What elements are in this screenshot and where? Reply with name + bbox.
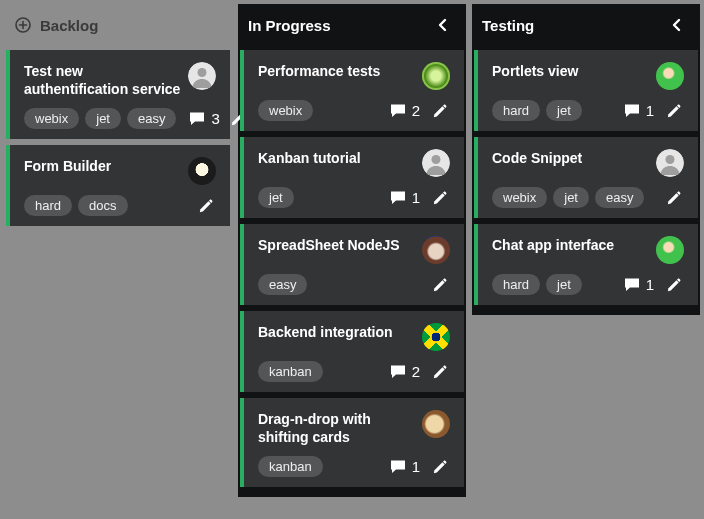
tag[interactable]: webix (24, 108, 79, 129)
comment-icon (623, 102, 641, 120)
tag[interactable]: kanban (258, 361, 323, 382)
comments-number: 1 (646, 102, 654, 119)
card-title: Chat app interface (492, 236, 656, 254)
comments-count[interactable]: 3 (188, 110, 219, 128)
tag[interactable]: webix (492, 187, 547, 208)
card-header: Drag-n-drop with shifting cards (258, 410, 450, 446)
edit-icon[interactable] (430, 188, 450, 208)
tag[interactable]: kanban (258, 456, 323, 477)
kanban-card[interactable]: SpreadSheet NodeJSeasy (240, 224, 464, 305)
svg-point-4 (432, 155, 441, 164)
card-header: Portlets view (492, 62, 684, 90)
card-title: Portlets view (492, 62, 656, 80)
tag[interactable]: easy (127, 108, 176, 129)
comments-count[interactable]: 1 (623, 276, 654, 294)
kanban-card[interactable]: Drag-n-drop with shifting cardskanban1 (240, 398, 464, 487)
column-header[interactable]: In Progress (238, 4, 466, 48)
card-header: Test new authentification service (24, 62, 216, 98)
tag[interactable]: hard (24, 195, 72, 216)
card-footer: harddocs (24, 195, 216, 216)
card-list: Portlets viewhardjet1Code Snippetwebixje… (472, 48, 700, 315)
card-title: Kanban tutorial (258, 149, 422, 167)
avatar (656, 149, 684, 177)
edit-icon[interactable] (430, 362, 450, 382)
column-header[interactable]: Backlog (4, 4, 232, 48)
chevron-left-icon[interactable] (432, 14, 454, 36)
comments-count[interactable]: 2 (389, 102, 420, 120)
edit-icon[interactable] (664, 101, 684, 121)
tag[interactable]: jet (546, 100, 582, 121)
card-footer: webixjeteasy3 (24, 108, 216, 129)
column-title: Backlog (40, 17, 220, 34)
edit-icon[interactable] (664, 188, 684, 208)
comments-number: 1 (646, 276, 654, 293)
comments-count[interactable]: 1 (389, 458, 420, 476)
kanban-card[interactable]: Kanban tutorialjet1 (240, 137, 464, 218)
kanban-card[interactable]: Backend integrationkanban2 (240, 311, 464, 392)
kanban-card[interactable]: Portlets viewhardjet1 (474, 50, 698, 131)
comment-icon (389, 189, 407, 207)
card-header: Backend integration (258, 323, 450, 351)
tag[interactable]: easy (258, 274, 307, 295)
card-footer: jet1 (258, 187, 450, 208)
avatar (422, 236, 450, 264)
tag[interactable]: webix (258, 100, 313, 121)
tag[interactable]: jet (85, 108, 121, 129)
avatar (422, 410, 450, 438)
comment-icon (623, 276, 641, 294)
tag[interactable]: docs (78, 195, 127, 216)
kanban-card[interactable]: Performance testswebix2 (240, 50, 464, 131)
column-in-progress: In ProgressPerformance testswebix2Kanban… (238, 4, 466, 515)
avatar (188, 62, 216, 90)
edit-icon[interactable] (664, 275, 684, 295)
column-header[interactable]: Testing (472, 4, 700, 48)
edit-icon[interactable] (196, 196, 216, 216)
column-testing: TestingPortlets viewhardjet1Code Snippet… (472, 4, 700, 515)
card-header: Kanban tutorial (258, 149, 450, 177)
add-card-icon[interactable] (14, 16, 32, 34)
avatar (656, 62, 684, 90)
edit-icon[interactable] (430, 275, 450, 295)
card-footer: webix2 (258, 100, 450, 121)
card-footer: hardjet1 (492, 100, 684, 121)
comments-number: 3 (211, 110, 219, 127)
avatar (656, 236, 684, 264)
avatar (422, 149, 450, 177)
comment-icon (188, 110, 206, 128)
tag[interactable]: hard (492, 274, 540, 295)
card-header: SpreadSheet NodeJS (258, 236, 450, 264)
comments-count[interactable]: 1 (389, 189, 420, 207)
tag[interactable]: hard (492, 100, 540, 121)
tag[interactable]: jet (546, 274, 582, 295)
tag[interactable]: easy (595, 187, 644, 208)
chevron-left-icon[interactable] (666, 14, 688, 36)
card-header: Form Builder (24, 157, 216, 185)
edit-icon[interactable] (430, 457, 450, 477)
column-title: Testing (482, 17, 666, 34)
comments-number: 1 (412, 458, 420, 475)
card-header: Performance tests (258, 62, 450, 90)
tag[interactable]: jet (258, 187, 294, 208)
svg-point-2 (198, 68, 207, 77)
edit-icon[interactable] (430, 101, 450, 121)
kanban-card[interactable]: Form Builderharddocs (6, 145, 230, 226)
kanban-card[interactable]: Code Snippetwebixjeteasy (474, 137, 698, 218)
card-list: Performance testswebix2Kanban tutorialje… (238, 48, 466, 497)
card-title: Backend integration (258, 323, 422, 341)
card-title: Performance tests (258, 62, 422, 80)
svg-point-6 (666, 155, 675, 164)
avatar (422, 323, 450, 351)
comments-count[interactable]: 2 (389, 363, 420, 381)
card-footer: kanban2 (258, 361, 450, 382)
card-title: Test new authentification service (24, 62, 188, 98)
card-title: Form Builder (24, 157, 188, 175)
tag[interactable]: jet (553, 187, 589, 208)
card-footer: kanban1 (258, 456, 450, 477)
comment-icon (389, 363, 407, 381)
card-title: SpreadSheet NodeJS (258, 236, 422, 254)
kanban-card[interactable]: Chat app interfacehardjet1 (474, 224, 698, 305)
comments-number: 2 (412, 363, 420, 380)
comments-number: 2 (412, 102, 420, 119)
kanban-card[interactable]: Test new authentification servicewebixje… (6, 50, 230, 139)
comments-count[interactable]: 1 (623, 102, 654, 120)
